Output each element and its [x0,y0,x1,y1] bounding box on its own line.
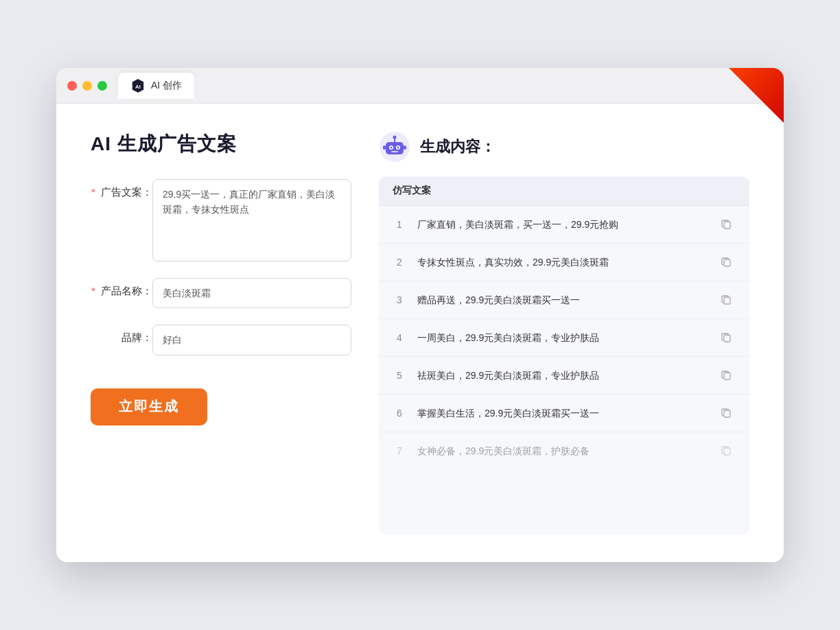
page-title: AI 生成广告文案 [91,131,351,157]
svg-rect-11 [404,145,406,150]
results-table-header: 仿写文案 [379,176,749,206]
copy-icon [721,332,732,343]
right-header: 生成内容： [379,131,749,163]
brand-group: 品牌： [91,325,351,355]
svg-rect-15 [724,297,730,304]
traffic-light-yellow[interactable] [82,81,92,91]
copy-icon [721,408,732,419]
brand-label: 品牌： [91,325,152,345]
result-number: 7 [393,445,406,456]
result-number: 4 [393,332,406,343]
browser-content: AI 生成广告文案 * 广告文案： 29.9买一送一，真正的厂家直销，美白淡斑霜… [56,104,784,562]
svg-rect-17 [724,373,730,380]
ad-copy-group: * 广告文案： 29.9买一送一，真正的厂家直销，美白淡斑霜，专抹女性斑点 [91,179,351,261]
copy-button[interactable] [718,329,736,347]
copy-icon [721,445,732,456]
results-body: 1厂家直销，美白淡斑霜，买一送一，29.9元抢购 2专抹女性斑点，真实功效，29… [379,206,749,534]
left-panel: AI 生成广告文案 * 广告文案： 29.9买一送一，真正的厂家直销，美白淡斑霜… [91,131,351,535]
svg-rect-19 [724,448,730,455]
copy-button[interactable] [718,291,736,309]
ai-tab-icon: AI [130,78,145,93]
browser-window: AI AI 创作 AI 生成广告文案 * 广告文案： 29.9买一送一，真正的厂… [56,68,784,562]
product-name-input[interactable] [152,278,351,308]
result-text: 一周美白，29.9元美白淡斑霜，专业护肤品 [417,331,707,345]
svg-rect-3 [386,142,404,154]
ad-copy-label: * 广告文案： [91,179,152,199]
copy-icon [721,219,732,230]
bot-icon [379,131,410,163]
table-row: 4一周美白，29.9元美白淡斑霜，专业护肤品 [379,319,749,357]
result-text: 厂家直销，美白淡斑霜，买一送一，29.9元抢购 [417,218,707,232]
traffic-light-green[interactable] [97,81,107,91]
product-name-group: * 产品名称： [91,278,351,308]
svg-point-9 [393,136,397,139]
generate-button[interactable]: 立即生成 [91,388,207,425]
svg-rect-10 [383,145,386,150]
svg-point-6 [390,147,393,149]
copy-icon [721,370,732,381]
result-number: 1 [393,219,406,230]
result-text: 赠品再送，29.9元美白淡斑霜买一送一 [417,293,707,307]
svg-rect-16 [724,335,730,342]
right-panel-title: 生成内容： [420,137,495,157]
traffic-light-red[interactable] [67,81,77,91]
svg-point-7 [397,147,399,149]
required-star-1: * [91,186,95,198]
results-table: 仿写文案 1厂家直销，美白淡斑霜，买一送一，29.9元抢购 2专抹女性斑点，真实… [379,176,749,535]
result-text: 专抹女性斑点，真实功效，29.9元美白淡斑霜 [417,255,707,270]
svg-text:AI: AI [135,83,141,89]
table-row: 3赠品再送，29.9元美白淡斑霜买一送一 [379,281,749,319]
copy-button[interactable] [718,366,736,384]
table-row: 6掌握美白生活，29.9元美白淡斑霜买一送一 [379,395,749,432]
browser-titlebar: AI AI 创作 [56,68,784,104]
svg-rect-18 [724,410,730,417]
copy-button[interactable] [718,442,736,460]
svg-rect-13 [724,222,730,229]
result-text: 女神必备，29.9元美白淡斑霜，护肤必备 [417,444,707,458]
svg-rect-14 [724,259,730,266]
copy-button[interactable] [718,404,736,422]
tab-label: AI 创作 [151,80,182,92]
traffic-lights [67,81,107,91]
required-star-2: * [91,285,95,296]
table-row: 2专抹女性斑点，真实功效，29.9元美白淡斑霜 [379,244,749,281]
product-name-label: * 产品名称： [91,278,152,298]
table-row: 1厂家直销，美白淡斑霜，买一送一，29.9元抢购 [379,206,749,244]
table-row: 5祛斑美白，29.9元美白淡斑霜，专业护肤品 [379,357,749,395]
copy-button[interactable] [718,215,736,233]
result-number: 3 [393,294,406,305]
svg-rect-12 [391,151,398,152]
result-number: 5 [393,370,406,381]
right-panel: 生成内容： 仿写文案 1厂家直销，美白淡斑霜，买一送一，29.9元抢购 2专抹女… [379,131,749,535]
copy-icon [721,294,732,305]
brand-input[interactable] [152,325,351,355]
result-number: 6 [393,408,406,419]
browser-tab[interactable]: AI AI 创作 [118,73,194,99]
result-number: 2 [393,257,406,268]
result-text: 掌握美白生活，29.9元美白淡斑霜买一送一 [417,406,707,421]
table-row: 7女神必备，29.9元美白淡斑霜，护肤必备 [379,432,749,469]
copy-icon [721,257,732,268]
result-text: 祛斑美白，29.9元美白淡斑霜，专业护肤品 [417,369,707,383]
ad-copy-textarea[interactable]: 29.9买一送一，真正的厂家直销，美白淡斑霜，专抹女性斑点 [152,179,351,261]
copy-button[interactable] [718,253,736,271]
